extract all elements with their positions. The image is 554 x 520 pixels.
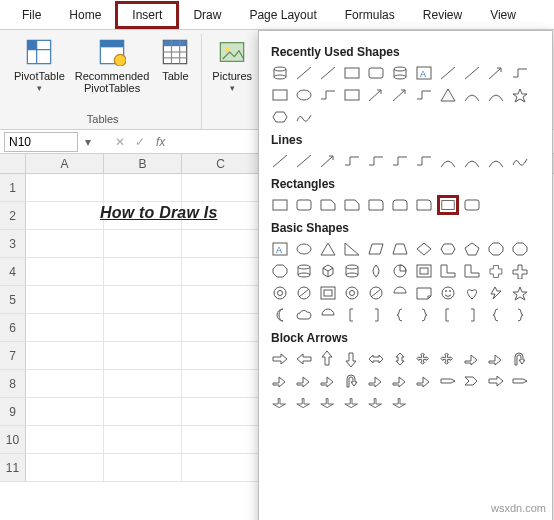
cell[interactable]: [26, 258, 104, 286]
row-header[interactable]: 11: [0, 454, 26, 482]
shape-rect[interactable]: [269, 195, 291, 215]
cell[interactable]: [104, 314, 182, 342]
shape-lbrace[interactable]: [485, 305, 507, 325]
shape-can[interactable]: [341, 261, 363, 281]
name-dropdown-icon[interactable]: ▾: [78, 132, 98, 152]
shape-hex[interactable]: [437, 239, 459, 259]
shape-arrow[interactable]: [485, 63, 507, 83]
shape-oval[interactable]: [293, 85, 315, 105]
shape-can[interactable]: [293, 261, 315, 281]
shape-curve[interactable]: [485, 85, 507, 105]
shape-bent[interactable]: [365, 371, 387, 391]
row-header[interactable]: 5: [0, 286, 26, 314]
cell[interactable]: [182, 342, 260, 370]
cell[interactable]: [182, 398, 260, 426]
shape-cloud[interactable]: [293, 305, 315, 325]
shape-pent[interactable]: [461, 239, 483, 259]
row-header[interactable]: 10: [0, 426, 26, 454]
shape-line[interactable]: [293, 151, 315, 171]
cell[interactable]: [182, 258, 260, 286]
row-header[interactable]: 4: [0, 258, 26, 286]
shape-tri[interactable]: [437, 85, 459, 105]
shape-line[interactable]: [317, 63, 339, 83]
shape-curve[interactable]: [485, 151, 507, 171]
tab-review[interactable]: Review: [409, 4, 476, 26]
shape-arrow[interactable]: [317, 151, 339, 171]
shape-arrow[interactable]: [389, 85, 411, 105]
shape-uturn[interactable]: [509, 349, 531, 369]
shape-bent[interactable]: [461, 349, 483, 369]
shape-dround[interactable]: [389, 195, 411, 215]
shape-callr[interactable]: [293, 393, 315, 413]
shape-curve[interactable]: [437, 151, 459, 171]
shape-line[interactable]: [269, 151, 291, 171]
cell[interactable]: [104, 398, 182, 426]
shape-lbrace[interactable]: [389, 305, 411, 325]
shape-rrect[interactable]: [293, 195, 315, 215]
tab-view[interactable]: View: [476, 4, 530, 26]
shape-rect[interactable]: [341, 85, 363, 105]
shape-bent[interactable]: [389, 371, 411, 391]
shape-rarrow[interactable]: [269, 349, 291, 369]
shape-hex[interactable]: [269, 107, 291, 127]
shape-scrib[interactable]: [293, 107, 315, 127]
shape-noent[interactable]: [293, 283, 315, 303]
shape-uarrow[interactable]: [317, 349, 339, 369]
cell[interactable]: [104, 426, 182, 454]
shape-diam[interactable]: [413, 239, 435, 259]
shape-star[interactable]: [509, 85, 531, 105]
shape-quad[interactable]: [413, 349, 435, 369]
cell[interactable]: [182, 174, 260, 202]
tab-home[interactable]: Home: [55, 4, 115, 26]
shape-tear[interactable]: [365, 261, 387, 281]
shape-conn[interactable]: [509, 63, 531, 83]
shape-rrect[interactable]: [365, 63, 387, 83]
shape-rarrow[interactable]: [485, 371, 507, 391]
cell[interactable]: [182, 426, 260, 454]
shape-frame[interactable]: [317, 283, 339, 303]
shape-udarrow[interactable]: [389, 349, 411, 369]
row-header[interactable]: 2: [0, 202, 26, 230]
shape-quad[interactable]: [437, 349, 459, 369]
cell[interactable]: [26, 342, 104, 370]
shape-sround[interactable]: [413, 195, 435, 215]
shape-notch[interactable]: [437, 371, 459, 391]
cell[interactable]: [26, 398, 104, 426]
shape-sround[interactable]: [365, 195, 387, 215]
tab-insert[interactable]: Insert: [115, 1, 179, 29]
shape-rect[interactable]: [437, 195, 459, 215]
shape-uturn[interactable]: [341, 371, 363, 391]
cell[interactable]: [182, 454, 260, 482]
shape-curve[interactable]: [461, 151, 483, 171]
shape-lshape[interactable]: [437, 261, 459, 281]
pictures-button[interactable]: Pictures: [208, 34, 256, 114]
cell[interactable]: [104, 370, 182, 398]
shape-bent[interactable]: [485, 349, 507, 369]
shape-conn[interactable]: [389, 151, 411, 171]
shape-lshape[interactable]: [461, 261, 483, 281]
shape-bent[interactable]: [413, 371, 435, 391]
table-button[interactable]: Table: [155, 34, 195, 96]
shape-moon[interactable]: [269, 305, 291, 325]
shape-smile[interactable]: [437, 283, 459, 303]
shape-scrib[interactable]: [509, 151, 531, 171]
shape-rect[interactable]: [341, 63, 363, 83]
tab-file[interactable]: File: [8, 4, 55, 26]
shape-conn[interactable]: [413, 85, 435, 105]
shape-plus[interactable]: [509, 261, 531, 281]
shape-rbrack[interactable]: [365, 305, 387, 325]
cell[interactable]: [26, 202, 104, 230]
row-header[interactable]: 9: [0, 398, 26, 426]
shape-frame[interactable]: [413, 261, 435, 281]
enter-icon[interactable]: ✓: [130, 132, 150, 152]
shape-lbrack[interactable]: [437, 305, 459, 325]
shape-donut[interactable]: [269, 283, 291, 303]
shape-rtri[interactable]: [341, 239, 363, 259]
cell[interactable]: [182, 314, 260, 342]
row-header[interactable]: 3: [0, 230, 26, 258]
shape-oct[interactable]: [269, 261, 291, 281]
column-header[interactable]: A: [26, 154, 104, 173]
shape-snip[interactable]: [341, 195, 363, 215]
shape-cross2[interactable]: [485, 261, 507, 281]
cell[interactable]: [104, 454, 182, 482]
